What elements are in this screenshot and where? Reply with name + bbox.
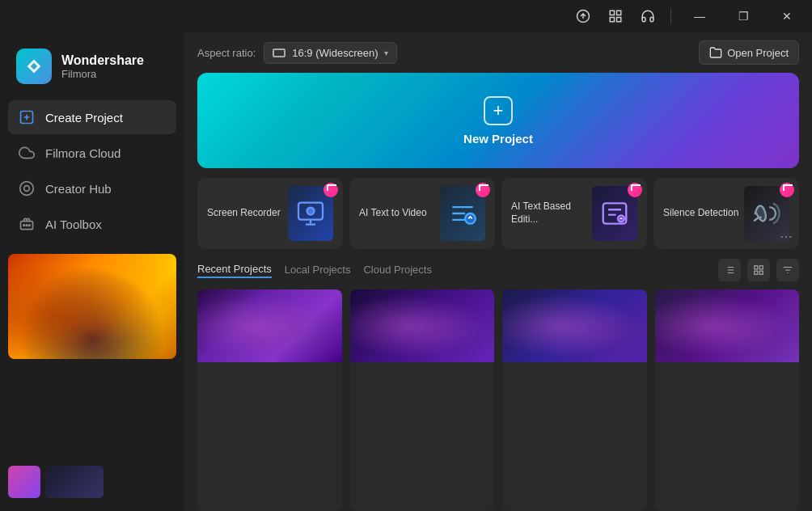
feature-cards: Screen Recorder AI Text to Video: [184, 178, 812, 259]
feature-card-silence-detection[interactable]: Silence Detection ⋯: [653, 178, 799, 249]
svg-point-6: [20, 182, 34, 196]
feature-card-screen-recorder-label: Screen Recorder: [207, 207, 288, 220]
app-sub: Filmora: [61, 68, 144, 80]
grid-view-button[interactable]: [747, 259, 770, 281]
feature-card-text-based-editing-label: AI Text Based Editi...: [511, 201, 592, 226]
recent-meta-4: [655, 362, 800, 370]
ai-toolbox-label: AI Toolbox: [45, 217, 102, 231]
recent-meta-3: [502, 362, 647, 370]
feature-badge-text-to-video: [476, 183, 490, 197]
new-project-label: New Project: [463, 132, 533, 146]
sidebar-item-ai-toolbox[interactable]: AI Toolbox: [8, 207, 176, 241]
creator-hub-icon: [18, 179, 36, 197]
recent-item-3[interactable]: [502, 289, 647, 511]
titlebar: — ❐ ✕: [0, 0, 812, 32]
svg-rect-18: [759, 266, 763, 269]
app-body: Wondershare Filmora Create Project: [0, 32, 812, 511]
svg-rect-1: [610, 11, 614, 15]
recent-item-1[interactable]: [197, 289, 342, 511]
app-logo: [16, 49, 52, 84]
svg-rect-3: [610, 18, 614, 22]
recent-thumb-2: [350, 289, 495, 362]
recent-tab-local-projects[interactable]: Local Projects: [285, 264, 351, 277]
open-project-button[interactable]: Open Project: [699, 40, 799, 65]
svg-point-10: [26, 225, 27, 226]
recent-section: Recent Projects Local Projects Cloud Pro…: [184, 259, 812, 511]
recent-meta-1: [197, 362, 342, 370]
recent-tab-cloud-projects[interactable]: Cloud Projects: [363, 264, 432, 277]
main-content: Aspect ratio: 16:9 (Widescreen) ▾ Open P…: [184, 32, 812, 511]
more-options-button[interactable]: ⋯: [778, 228, 794, 244]
toolbar: Aspect ratio: 16:9 (Widescreen) ▾ Open P…: [184, 32, 812, 73]
logo-area: Wondershare Filmora: [0, 39, 184, 100]
sidebar-item-filmora-cloud[interactable]: Filmora Cloud: [8, 136, 176, 170]
new-project-plus-icon: +: [484, 96, 513, 125]
feature-badge-text-based-editing: [628, 183, 642, 197]
svg-point-7: [24, 186, 30, 192]
aspect-ratio-label: Aspect ratio:: [197, 47, 256, 59]
recent-tab-recent-projects[interactable]: Recent Projects: [197, 263, 272, 278]
recent-tabs: Recent Projects Local Projects Cloud Pro…: [197, 263, 432, 278]
recent-item-4[interactable]: [655, 289, 800, 511]
feature-card-silence-detection-label: Silence Detection: [663, 207, 744, 220]
sidebar-bottom-thumb-2: [45, 466, 104, 498]
app-name: Wondershare: [61, 53, 144, 68]
svg-rect-17: [755, 266, 758, 269]
feature-card-text-based-editing[interactable]: AI Text Based Editi...: [501, 178, 647, 249]
recent-meta-2: [350, 362, 495, 370]
sidebar-item-creator-hub[interactable]: Creator Hub: [8, 171, 176, 205]
svg-point-11: [29, 225, 31, 226]
recent-item-2[interactable]: [350, 289, 495, 511]
upload-icon[interactable]: [570, 3, 596, 29]
list-view-button[interactable]: [718, 259, 741, 281]
close-button[interactable]: ✕: [768, 3, 806, 29]
recent-actions: [718, 259, 799, 281]
chevron-down-icon: ▾: [384, 49, 388, 57]
aspect-ratio-icon: [273, 49, 285, 57]
maximize-button[interactable]: ❐: [725, 3, 762, 29]
sidebar-nav: Create Project Filmora Cloud Creator: [0, 100, 184, 241]
svg-rect-20: [759, 271, 763, 274]
filmora-cloud-label: Filmora Cloud: [45, 146, 121, 160]
svg-point-14: [465, 213, 476, 224]
sidebar-bottom-thumbs: [0, 459, 184, 505]
recent-header: Recent Projects Local Projects Cloud Pro…: [197, 259, 799, 281]
sidebar-thumbnail: [8, 254, 176, 359]
filmora-cloud-icon: [18, 144, 36, 162]
sort-button[interactable]: [776, 259, 799, 281]
svg-point-9: [23, 225, 25, 226]
recent-grid: [197, 289, 799, 511]
aspect-ratio-value: 16:9 (Widescreen): [292, 47, 378, 59]
divider: [670, 8, 671, 24]
headset-icon[interactable]: [635, 3, 661, 29]
svg-rect-19: [755, 271, 758, 274]
feature-card-screen-recorder[interactable]: Screen Recorder: [197, 178, 343, 249]
feature-badge-screen-recorder: [324, 183, 338, 197]
svg-point-13: [307, 208, 315, 215]
recent-thumb-1: [197, 289, 342, 362]
feature-card-text-to-video-label: AI Text to Video: [359, 207, 440, 220]
open-project-label: Open Project: [727, 47, 789, 59]
recent-thumb-3: [502, 289, 647, 362]
sidebar-item-create-project[interactable]: Create Project: [8, 100, 176, 134]
sidebar-bottom-thumb-1: [8, 466, 40, 498]
feature-badge-silence-detection: [780, 183, 794, 197]
create-project-label: Create Project: [45, 111, 123, 125]
minimize-button[interactable]: —: [681, 3, 718, 29]
feature-card-text-to-video[interactable]: AI Text to Video: [349, 178, 495, 249]
create-project-icon: [18, 108, 36, 126]
svg-rect-2: [617, 11, 621, 15]
folder-icon: [709, 46, 722, 59]
new-project-banner[interactable]: + New Project: [197, 73, 799, 168]
creator-hub-label: Creator Hub: [45, 182, 112, 196]
sidebar: Wondershare Filmora Create Project: [0, 32, 184, 511]
aspect-ratio-dropdown[interactable]: 16:9 (Widescreen) ▾: [264, 42, 397, 64]
recent-thumb-4: [655, 289, 800, 362]
svg-rect-4: [617, 18, 621, 22]
ai-toolbox-icon: [18, 215, 36, 233]
aspect-ratio-area: Aspect ratio: 16:9 (Widescreen) ▾: [197, 42, 397, 64]
logo-text: Wondershare Filmora: [61, 53, 144, 80]
grid-icon[interactable]: [603, 3, 628, 29]
